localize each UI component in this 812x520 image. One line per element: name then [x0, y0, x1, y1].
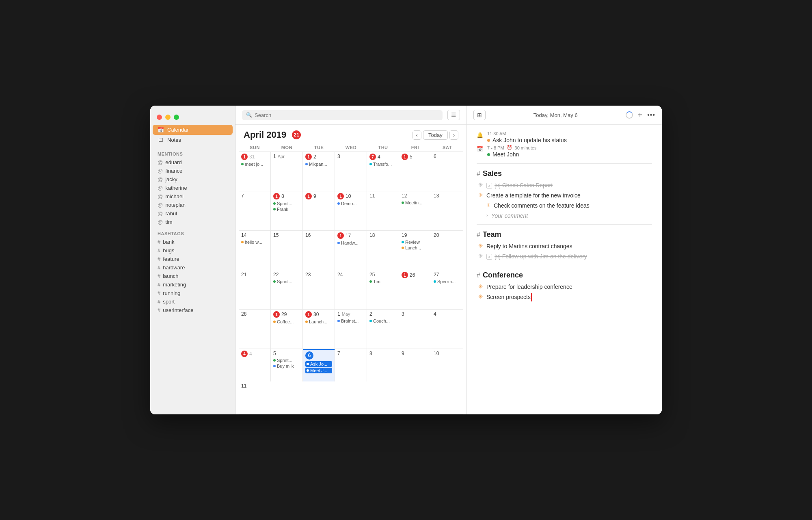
divider-1 — [477, 163, 652, 164]
team-task-bullet-1: ✳ — [478, 243, 483, 249]
calendar-cell-may5[interactable]: 5 Sprint... Buy milk — [271, 349, 303, 381]
calendar-cell-7[interactable]: 7 — [239, 191, 271, 230]
conf-task-2[interactable]: ✳ Screen prospects — [477, 293, 652, 301]
month-title: April 2019 — [244, 130, 286, 140]
hashtag-item-3[interactable]: # hardware — [150, 263, 235, 272]
calendar-cell-today[interactable]: 6 Ask Jo... Meet J... — [303, 349, 335, 381]
calendar-cell-28[interactable]: 28 — [239, 310, 271, 349]
calendar-cell-5[interactable]: 1 5 — [399, 152, 431, 191]
mention-item-7[interactable]: @ tim — [150, 218, 235, 226]
calendar-cell-may1[interactable]: 1May Brainst... — [335, 310, 367, 349]
mention-item-6[interactable]: @ rahul — [150, 209, 235, 218]
calendar-cell-23[interactable]: 23 — [303, 270, 335, 309]
sales-subtask-1[interactable]: ✳ Check comments on the feature ideas — [477, 202, 652, 210]
mention-name-5: noteplan — [165, 202, 186, 208]
minimize-button[interactable] — [165, 115, 171, 120]
calendar-cell-12[interactable]: 12 Meetin... — [399, 191, 431, 230]
sales-task-2[interactable]: ✳ Create a template for the new invoice — [477, 191, 652, 200]
calendar-cell-11[interactable]: 11 — [367, 191, 399, 230]
calendar-cell-26[interactable]: 1 26 — [399, 270, 431, 309]
calendar-cell-13[interactable]: 13 — [431, 191, 463, 230]
calendar-cell-21[interactable]: 21 — [239, 270, 271, 309]
conf-task-1[interactable]: ✳ Prepare for leadership conference — [477, 283, 652, 291]
search-box[interactable]: 🔍 — [242, 110, 443, 120]
mention-item-4[interactable]: @ michael — [150, 192, 235, 201]
hashtag-item-1[interactable]: # bugs — [150, 246, 235, 255]
hashtag-item-6[interactable]: # running — [150, 289, 235, 297]
prev-month-button[interactable]: ‹ — [412, 130, 421, 140]
sidebar-item-calendar[interactable]: 📅 Calendar — [153, 125, 233, 135]
hashtag-item-8[interactable]: # userinterface — [150, 306, 235, 314]
hashtag-item-0[interactable]: # bank — [150, 238, 235, 246]
conf-task-text-2: Screen prospects — [486, 293, 532, 301]
mentions-list: @ eduard @ finance @ jacky @ katherine @ — [150, 158, 235, 226]
notes-content: 🔔 11:30 AM Ask John to update his status — [467, 125, 662, 414]
team-task-1[interactable]: ✳ Reply to Martins contract changes — [477, 242, 652, 251]
calendar-cell-10[interactable]: 1 10 Demo... — [335, 191, 367, 230]
calendar-cell-15[interactable]: 15 — [271, 231, 303, 270]
mention-item-2[interactable]: @ jacky — [150, 175, 235, 184]
list-view-button[interactable]: ☰ — [447, 110, 460, 120]
sales-section-header: # Sales — [477, 169, 652, 178]
calendar-cell-apr2[interactable]: 1 2 Mixpan... — [303, 152, 335, 191]
notes-add-button[interactable]: + — [636, 110, 644, 120]
calendar-cell-24[interactable]: 24 — [335, 270, 367, 309]
sidebar-item-notes[interactable]: ☐ Notes — [153, 135, 233, 145]
calendar-cell-27[interactable]: 27 Sperrm... — [431, 270, 463, 309]
calendar-cell-30[interactable]: 1 30 Launch... — [303, 310, 335, 349]
search-input[interactable] — [255, 112, 438, 118]
calendar-cell-may9[interactable]: 9 — [399, 349, 431, 381]
hashtag-item-5[interactable]: # marketing — [150, 280, 235, 289]
hashtag-item-7[interactable]: # sport — [150, 297, 235, 306]
calendar-cell-8[interactable]: 1 8 Sprint... Frank — [271, 191, 303, 230]
calendar-cell-apr1[interactable]: 1Apr — [271, 152, 303, 191]
calendar-cell-9[interactable]: 1 9 — [303, 191, 335, 230]
hashtag-item-4[interactable]: # launch — [150, 272, 235, 280]
calendar-cell-may2[interactable]: 2 Couch... — [367, 310, 399, 349]
mention-item-5[interactable]: @ noteplan — [150, 201, 235, 209]
calendar-cell-may3[interactable]: 3 — [399, 310, 431, 349]
sidebar-item-notes-label: Notes — [167, 137, 181, 143]
next-month-button[interactable]: › — [449, 130, 458, 140]
calendar-cell-may8[interactable]: 8 — [367, 349, 399, 381]
mention-item-1[interactable]: @ finance — [150, 167, 235, 175]
hashtag-item-2[interactable]: # feature — [150, 255, 235, 263]
task-bullet-icon-1: ✳ — [478, 182, 483, 188]
calendar-cell-may10[interactable]: 10 — [431, 349, 463, 381]
calendar-cell-18[interactable]: 18 — [367, 231, 399, 270]
today-button[interactable]: Today — [423, 130, 448, 140]
calendar-cell-16[interactable]: 16 — [303, 231, 335, 270]
calendar-cell-22[interactable]: 22 Sprint... — [271, 270, 303, 309]
reminder-dot-2 — [487, 153, 490, 156]
calendar-cell-may7[interactable]: 7 — [335, 349, 367, 381]
calendar-cell-4[interactable]: 7 4 Transfo... — [367, 152, 399, 191]
mention-item-0[interactable]: @ eduard — [150, 158, 235, 167]
calendar-cell-25[interactable]: 25 Tim — [367, 270, 399, 309]
calendar-cell-20[interactable]: 20 — [431, 231, 463, 270]
search-icon: 🔍 — [246, 112, 252, 118]
sales-task-1[interactable]: ✳ x [x] Check Sales Report — [477, 181, 652, 190]
team-task-text-1: Reply to Martins contract changes — [486, 242, 572, 251]
sync-spinner — [626, 111, 633, 119]
notes-more-button[interactable]: ••• — [647, 111, 655, 119]
calendar-cell-may4b[interactable]: 4 4 — [239, 349, 271, 381]
maximize-button[interactable] — [174, 115, 179, 120]
calendar-cell-3[interactable]: 3 — [335, 152, 367, 191]
team-task-2[interactable]: ✳ x [x] Follow up with Jim on the delive… — [477, 252, 652, 261]
divider-3 — [477, 265, 652, 265]
mention-name-7: tim — [165, 219, 172, 225]
hashtag-name-0: bank — [163, 239, 174, 245]
calendar-cell-19[interactable]: 19 Review Lunch... — [399, 231, 431, 270]
calendar-cell-17[interactable]: 1 17 Handw... — [335, 231, 367, 270]
reminder-dot-1 — [487, 139, 490, 142]
reminder-time-1: 11:30 AM — [487, 131, 652, 136]
mention-item-3[interactable]: @ katherine — [150, 184, 235, 192]
calendar-cell-6[interactable]: 6 — [431, 152, 463, 191]
close-button[interactable] — [157, 115, 162, 120]
calendar-cell-31[interactable]: 1 31 meet jo... — [239, 152, 271, 191]
sidebar-toggle-button[interactable]: ⊞ — [473, 110, 486, 120]
calendar-cell-29[interactable]: 1 29 Coffee... — [271, 310, 303, 349]
calendar-cell-may11[interactable]: 11 — [239, 381, 271, 414]
calendar-cell-14[interactable]: 14 hello w... — [239, 231, 271, 270]
calendar-cell-may4[interactable]: 4 — [431, 310, 463, 349]
